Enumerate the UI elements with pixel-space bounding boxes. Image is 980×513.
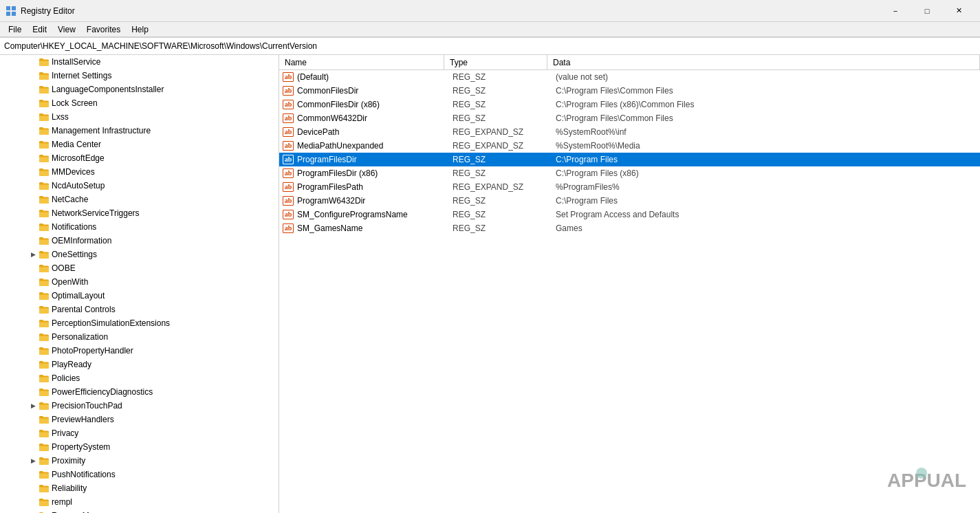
tree-item-label: OptimalLayout	[52, 291, 105, 301]
tree-item[interactable]: ▶ Privacy	[0, 426, 279, 440]
folder-icon	[39, 98, 50, 109]
registry-value-icon: ab	[282, 221, 296, 235]
menu-edit[interactable]: Edit	[27, 23, 52, 36]
registry-type: REG_SZ	[447, 196, 550, 206]
registry-name: (Default)	[296, 72, 447, 82]
tree-item[interactable]: ▶ Management Infrastructure	[0, 124, 279, 138]
registry-row[interactable]: ab SM_ConfigureProgramsName REG_SZ Set P…	[279, 208, 980, 221]
registry-data: Set Program Access and Defaults	[550, 210, 980, 219]
menu-bar: File Edit View Favorites Help	[0, 22, 980, 37]
tree-item[interactable]: ▶ PropertySystem	[0, 440, 279, 454]
folder-icon	[39, 331, 50, 342]
tree-item-label: PushNotifications	[52, 470, 116, 479]
tree-item[interactable]: ▶ Lxss	[0, 110, 279, 124]
expand-icon[interactable]: ▶	[28, 249, 39, 260]
folder-icon	[39, 125, 50, 136]
tree-item[interactable]: ▶ Lock Screen	[0, 96, 279, 110]
registry-data: C:\Program Files\Common Files	[550, 86, 980, 96]
tree-item[interactable]: ▶ PhotoPropertyHandler	[0, 344, 279, 358]
registry-name: ProgramFilesPath	[296, 182, 447, 192]
registry-type: REG_SZ	[447, 113, 550, 123]
registry-row[interactable]: ab MediaPathUnexpanded REG_EXPAND_SZ %Sy…	[279, 139, 980, 153]
tree-item[interactable]: ▶ Notifications	[0, 220, 279, 234]
registry-value-icon: ab	[282, 166, 296, 180]
tree-item[interactable]: ▶ Internet Settings	[0, 69, 279, 83]
tree-item[interactable]: ▶ Media Center	[0, 138, 279, 151]
registry-type: REG_EXPAND_SZ	[447, 141, 550, 151]
svg-point-5	[916, 468, 927, 479]
tree-item[interactable]: ▶ NetCache	[0, 193, 279, 206]
expand-icon[interactable]: ▶	[28, 400, 39, 411]
app-icon	[6, 6, 17, 17]
tree-item[interactable]: ▶ MicrosoftEdge	[0, 151, 279, 165]
registry-row[interactable]: ab ProgramFilesPath REG_EXPAND_SZ %Progr…	[279, 180, 980, 194]
registry-value-icon: ab	[282, 139, 296, 153]
tree-item[interactable]: ▶ OpenWith	[0, 275, 279, 289]
tree-item[interactable]: ▶ OEMInformation	[0, 234, 279, 248]
tree-item[interactable]: ▶ PreviewHandlers	[0, 413, 279, 426]
menu-file[interactable]: File	[3, 23, 27, 36]
tree-item[interactable]: ▶ Parental Controls	[0, 303, 279, 316]
tree-item-label: LanguageComponentsInstaller	[52, 85, 164, 94]
svg-rect-0	[6, 6, 10, 10]
close-button[interactable]: ✕	[943, 0, 974, 22]
tree-item-label: Parental Controls	[52, 305, 116, 314]
tree-item[interactable]: ▶ OptimalLayout	[0, 289, 279, 303]
menu-view[interactable]: View	[52, 23, 81, 36]
registry-type: REG_SZ	[447, 72, 550, 82]
registry-row[interactable]: ab CommonFilesDir REG_SZ C:\Program File…	[279, 84, 980, 98]
registry-name: SM_GamesName	[296, 223, 447, 233]
tree-item[interactable]: ▶ MMDevices	[0, 165, 279, 179]
registry-row[interactable]: ab (Default) REG_SZ (value not set)	[279, 70, 980, 84]
tree-item[interactable]: ▶ Personalization	[0, 330, 279, 344]
folder-icon	[39, 194, 50, 205]
registry-list[interactable]: ab (Default) REG_SZ (value not set) ab C…	[279, 70, 980, 513]
minimize-button[interactable]: −	[880, 0, 911, 22]
menu-help[interactable]: Help	[126, 23, 154, 36]
tree-item-label: PhotoPropertyHandler	[52, 346, 133, 356]
maximize-button[interactable]: □	[911, 0, 943, 22]
tree-item-label: PreviewHandlers	[52, 415, 114, 424]
registry-row[interactable]: ab ProgramW6432Dir REG_SZ C:\Program Fil…	[279, 194, 980, 208]
folder-icon	[39, 166, 50, 177]
address-bar: Computer\HKEY_LOCAL_MACHINE\SOFTWARE\Mic…	[0, 37, 980, 55]
tree-item[interactable]: ▶ Policies	[0, 371, 279, 385]
tree-item[interactable]: ▶ PlayReady	[0, 358, 279, 371]
tree-item[interactable]: ▶ Proximity	[0, 454, 279, 468]
folder-icon	[39, 345, 50, 356]
menu-favorites[interactable]: Favorites	[81, 23, 126, 36]
tree-item[interactable]: ▶ InstallService	[0, 55, 279, 69]
registry-row[interactable]: ab ProgramFilesDir (x86) REG_SZ C:\Progr…	[279, 166, 980, 180]
registry-type: REG_SZ	[447, 168, 550, 178]
tree-item[interactable]: ▶ LanguageComponentsInstaller	[0, 83, 279, 96]
registry-row[interactable]: ab DevicePath REG_EXPAND_SZ %SystemRoot%…	[279, 125, 980, 139]
tree-panel[interactable]: ▶ InstallService ▶ Internet Settings ▶	[0, 55, 279, 513]
col-header-type: Type	[444, 55, 547, 69]
tree-item[interactable]: ▶ NetworkServiceTriggers	[0, 206, 279, 220]
registry-value-icon: ab	[282, 111, 296, 125]
column-headers: Name Type Data	[279, 55, 980, 70]
tree-item[interactable]: ▶ OneSettings	[0, 248, 279, 261]
tree-item-label: Privacy	[52, 428, 78, 438]
tree-item[interactable]: ▶ PrecisionTouchPad	[0, 399, 279, 413]
tree-item-label: Internet Settings	[52, 71, 111, 80]
tree-item-label: OpenWith	[52, 277, 88, 287]
registry-row[interactable]: ab ProgramFilesDir REG_SZ C:\Program Fil…	[279, 153, 980, 166]
tree-item[interactable]: ▶ rempl	[0, 495, 279, 509]
tree-item[interactable]: ▶ PushNotifications	[0, 468, 279, 481]
registry-data: C:\Program Files (x86)	[550, 168, 980, 178]
tree-item[interactable]: ▶ PowerEfficiencyDiagnostics	[0, 385, 279, 399]
folder-icon	[39, 318, 50, 329]
folder-icon	[39, 111, 50, 122]
tree-item[interactable]: ▶ Reliability	[0, 481, 279, 495]
tree-item[interactable]: ▶ ReserveManager	[0, 509, 279, 513]
registry-row[interactable]: ab CommonW6432Dir REG_SZ C:\Program File…	[279, 111, 980, 125]
window-controls: − □ ✕	[880, 0, 974, 22]
tree-item-label: Personalization	[52, 332, 108, 342]
tree-item[interactable]: ▶ PerceptionSimulationExtensions	[0, 316, 279, 330]
registry-row[interactable]: ab CommonFilesDir (x86) REG_SZ C:\Progra…	[279, 98, 980, 111]
tree-item[interactable]: ▶ NcdAutoSetup	[0, 179, 279, 193]
registry-row[interactable]: ab SM_GamesName REG_SZ Games	[279, 221, 980, 235]
tree-item[interactable]: ▶ OOBE	[0, 261, 279, 275]
expand-icon[interactable]: ▶	[28, 455, 39, 466]
